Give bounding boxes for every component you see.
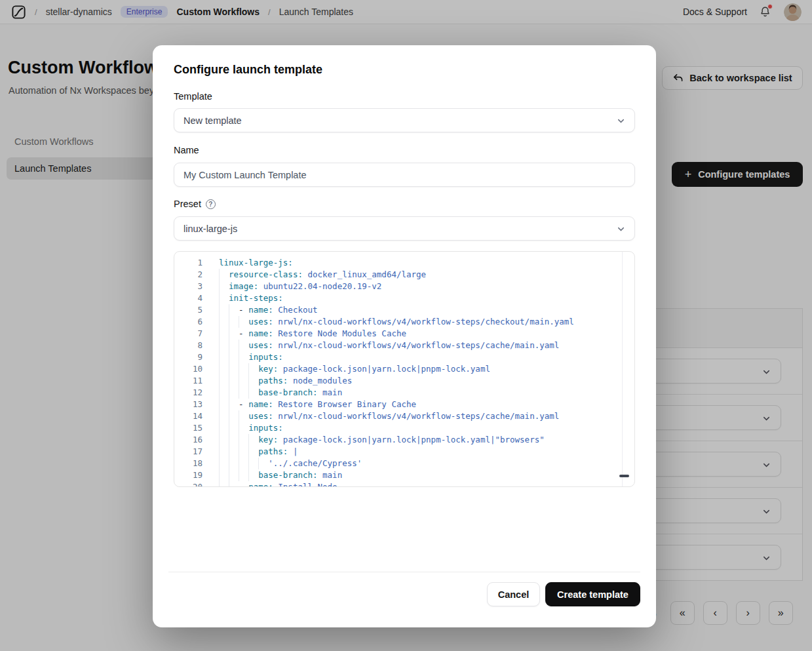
line-number: 15 xyxy=(174,422,203,434)
chevron-down-icon xyxy=(616,224,626,234)
line-number: 3 xyxy=(174,281,203,292)
code-line: 6 uses: nrwl/nx-cloud-workflows/v4/workf… xyxy=(174,316,634,328)
line-number: 16 xyxy=(174,434,203,446)
line-number: 8 xyxy=(174,340,203,351)
line-number: 9 xyxy=(174,351,203,363)
line-number: 20 xyxy=(174,481,203,487)
code-line: 20 - name: Install Node xyxy=(174,481,634,487)
template-select-value: New template xyxy=(184,115,242,126)
line-number: 7 xyxy=(174,328,203,340)
line-number: 1 xyxy=(174,257,203,269)
code-line: 7 - name: Restore Node Modules Cache xyxy=(174,328,634,340)
code-line: 9 inputs: xyxy=(174,351,634,363)
line-number: 6 xyxy=(174,316,203,328)
template-field-label: Template xyxy=(174,91,212,102)
configure-launch-template-modal: Configure launch template Template New t… xyxy=(153,45,656,627)
code-line: 19 base-branch: main xyxy=(174,469,634,481)
code-line: 14 uses: nrwl/nx-cloud-workflows/v4/work… xyxy=(174,410,634,422)
line-number: 5 xyxy=(174,304,203,316)
code-line: 18 '../.cache/Cypress' xyxy=(174,458,634,469)
code-line: 13 - name: Restore Browser Binary Cache xyxy=(174,399,634,410)
line-number: 12 xyxy=(174,387,203,399)
code-line: 16 key: package-lock.json|yarn.lock|pnpm… xyxy=(174,434,634,446)
template-select[interactable]: New template xyxy=(174,108,635,132)
create-template-button[interactable]: Create template xyxy=(545,582,640,606)
line-number: 18 xyxy=(174,458,203,469)
preset-field-label: Preset ? xyxy=(174,199,216,209)
code-line: 3 image: ubuntu22.04-node20.19-v2 xyxy=(174,281,634,292)
footer-divider xyxy=(168,572,640,572)
name-input[interactable] xyxy=(174,163,635,187)
modal-title: Configure launch template xyxy=(174,63,322,77)
code-line: 11 paths: node_modules xyxy=(174,375,634,387)
code-line: 12 base-branch: main xyxy=(174,387,634,399)
code-line: 17 paths: | xyxy=(174,446,634,458)
code-line: 4 init-steps: xyxy=(174,292,634,304)
cancel-button[interactable]: Cancel xyxy=(487,582,540,606)
code-line: 1linux-large-js: xyxy=(174,257,634,269)
line-number: 10 xyxy=(174,363,203,375)
preset-code-editor[interactable]: 1linux-large-js:2 resource-class: docker… xyxy=(174,251,635,487)
line-number: 4 xyxy=(174,292,203,304)
line-number: 2 xyxy=(174,269,203,281)
line-number: 17 xyxy=(174,446,203,458)
code-line: 2 resource-class: docker_linux_amd64/lar… xyxy=(174,269,634,281)
code-line: 15 inputs: xyxy=(174,422,634,434)
editor-scrollbar-track xyxy=(622,252,623,486)
editor-scrollbar-thumb[interactable] xyxy=(619,475,629,477)
preset-select-value: linux-large-js xyxy=(184,224,237,234)
line-number: 19 xyxy=(174,469,203,481)
chevron-down-icon xyxy=(616,116,626,126)
code-line: 5 - name: Checkout xyxy=(174,304,634,316)
name-field-label: Name xyxy=(174,145,199,155)
code-editor-lines: 1linux-large-js:2 resource-class: docker… xyxy=(174,257,634,487)
preset-select[interactable]: linux-large-js xyxy=(174,216,635,241)
help-icon[interactable]: ? xyxy=(206,199,216,209)
line-number: 11 xyxy=(174,375,203,387)
code-line: 8 uses: nrwl/nx-cloud-workflows/v4/workf… xyxy=(174,340,634,351)
line-number: 13 xyxy=(174,399,203,410)
code-line: 10 key: package-lock.json|yarn.lock|pnpm… xyxy=(174,363,634,375)
line-number: 14 xyxy=(174,410,203,422)
